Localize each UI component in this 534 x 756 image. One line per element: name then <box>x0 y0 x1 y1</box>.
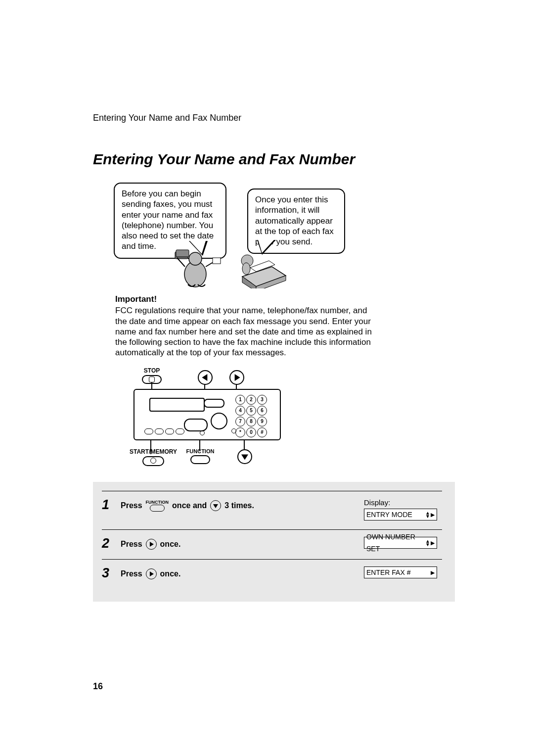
step-display: Display:ENTRY MODE▲▼▶ <box>364 498 442 520</box>
step-body: Press once. <box>121 567 357 579</box>
running-header: Entering Your Name and Fax Number <box>93 113 455 123</box>
step-row: 3Press once.ENTER FAX #▶ <box>102 559 442 589</box>
diagram-stop-label: STOP <box>138 367 165 384</box>
step-number: 3 <box>102 567 114 580</box>
page-title: Entering Your Name and Fax Number <box>93 151 455 168</box>
nav-right-icon <box>229 370 244 385</box>
keypad-key: 1 <box>235 395 245 405</box>
step-number: 1 <box>102 498 114 512</box>
mascot-illustration <box>168 247 222 288</box>
important-text: FCC regulations require that your name, … <box>115 306 372 357</box>
keypad-key: 7 <box>235 417 245 426</box>
display-label: Display: <box>364 498 390 507</box>
svg-line-4 <box>177 258 185 267</box>
svg-rect-3 <box>176 250 189 257</box>
display-box: ENTRY MODE▲▼▶ <box>364 509 437 520</box>
keypad-key: 3 <box>257 395 267 405</box>
step-number: 2 <box>102 537 114 550</box>
start-memory-button-icon <box>142 456 164 466</box>
step-display: OWN NUMBER SET▲▼▶ <box>364 537 442 549</box>
keypad-key: * <box>235 427 245 437</box>
display-box: OWN NUMBER SET▲▼▶ <box>364 537 437 549</box>
keypad: 123456789*0# <box>235 395 267 437</box>
important-note: Important! FCC regulations require that … <box>115 294 373 358</box>
keypad-key: 8 <box>246 417 256 426</box>
function-button-icon <box>190 455 210 464</box>
step-row: 2Press once.OWN NUMBER SET▲▼▶ <box>102 529 442 559</box>
intro-bubbles: Before you can begin sending faxes, you … <box>114 183 455 294</box>
step-body: Press once. <box>121 537 357 550</box>
device-diagram: STOP 123456789*0# START/MEMORY <box>134 367 361 470</box>
diagram-start-memory-label: START/MEMORY <box>129 448 178 466</box>
nav-right-icon <box>146 568 157 579</box>
svg-point-1 <box>189 252 202 265</box>
keypad-key: 4 <box>235 406 245 416</box>
keypad-key: 5 <box>246 406 256 416</box>
nav-down-icon <box>210 500 221 511</box>
diagram-function-label: FUNCTION <box>183 448 218 464</box>
display-box: ENTER FAX #▶ <box>364 567 437 578</box>
nav-down-icon <box>237 449 252 464</box>
keypad-key: 0 <box>246 427 256 437</box>
svg-rect-6 <box>213 258 221 264</box>
keypad-key: 6 <box>257 406 267 416</box>
page-number: 16 <box>93 681 103 692</box>
step-display: ENTER FAX #▶ <box>364 567 442 578</box>
step-body: Press FUNCTION once and 3 times. <box>121 498 357 512</box>
steps-block: 1Press FUNCTION once and 3 times.Display… <box>93 482 455 602</box>
svg-point-12 <box>242 263 250 275</box>
keypad-key: 2 <box>246 395 256 405</box>
function-button-icon: FUNCTION <box>146 500 169 512</box>
nav-left-icon <box>198 370 213 385</box>
fax-machine-illustration <box>232 247 292 288</box>
nav-right-icon <box>146 539 157 550</box>
important-label: Important! <box>115 294 373 304</box>
step-row: 1Press FUNCTION once and 3 times.Display… <box>102 491 442 529</box>
keypad-key: # <box>257 427 267 437</box>
keypad-key: 9 <box>257 417 267 426</box>
